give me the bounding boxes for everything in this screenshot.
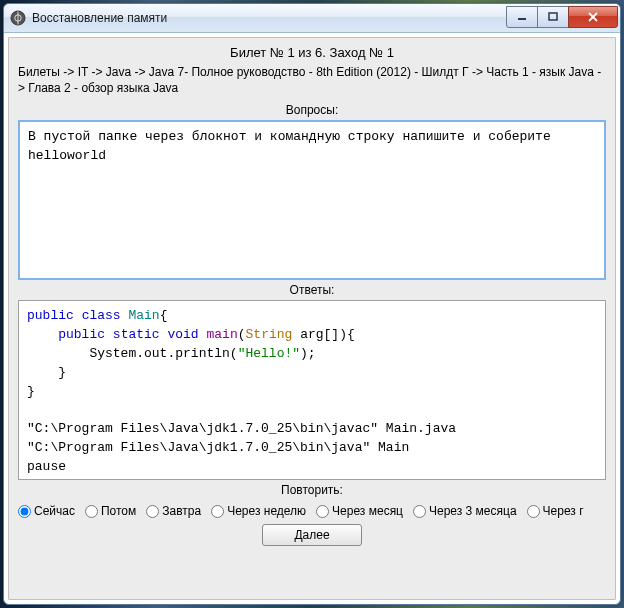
repeat-option[interactable]: Через 3 месяца: [413, 504, 517, 518]
repeat-option[interactable]: Через месяц: [316, 504, 403, 518]
repeat-option[interactable]: Потом: [85, 504, 136, 518]
window-title: Восстановление памяти: [32, 11, 507, 25]
questions-label: Вопросы:: [18, 103, 606, 117]
action-row: Далее: [18, 524, 606, 548]
repeat-radio[interactable]: [85, 505, 98, 518]
repeat-option-label: Через 3 месяца: [429, 504, 517, 518]
repeat-radio[interactable]: [527, 505, 540, 518]
repeat-option-label: Через г: [543, 504, 584, 518]
repeat-radio[interactable]: [211, 505, 224, 518]
answer-textarea[interactable]: public class Main{ public static void ma…: [18, 300, 606, 480]
maximize-button[interactable]: [537, 6, 569, 28]
app-window: Восстановление памяти Билет № 1 из 6. За…: [3, 3, 621, 605]
close-button[interactable]: [568, 6, 618, 28]
repeat-option-label: Завтра: [162, 504, 201, 518]
svg-rect-4: [549, 13, 557, 20]
repeat-options: СейчасПотомЗавтраЧерез неделюЧерез месяц…: [18, 500, 606, 524]
minimize-button[interactable]: [506, 6, 538, 28]
window-controls: [507, 6, 618, 28]
repeat-option-label: Через месяц: [332, 504, 403, 518]
ticket-header: Билет № 1 из 6. Заход № 1: [18, 45, 606, 60]
repeat-radio[interactable]: [413, 505, 426, 518]
repeat-radio[interactable]: [18, 505, 31, 518]
app-icon: [10, 10, 26, 26]
minimize-icon: [517, 12, 527, 22]
next-button[interactable]: Далее: [262, 524, 362, 546]
titlebar[interactable]: Восстановление памяти: [4, 4, 620, 33]
repeat-radio[interactable]: [146, 505, 159, 518]
repeat-option[interactable]: Сейчас: [18, 504, 75, 518]
question-textarea[interactable]: В пустой папке через блокнот и командную…: [18, 120, 606, 280]
repeat-option[interactable]: Завтра: [146, 504, 201, 518]
repeat-option-label: Потом: [101, 504, 136, 518]
repeat-option-label: Сейчас: [34, 504, 75, 518]
repeat-option[interactable]: Через неделю: [211, 504, 306, 518]
repeat-option[interactable]: Через г: [527, 504, 584, 518]
breadcrumb: Билеты -> IT -> Java -> Java 7- Полное р…: [18, 64, 606, 96]
maximize-icon: [548, 12, 558, 22]
close-icon: [587, 12, 599, 22]
repeat-radio[interactable]: [316, 505, 329, 518]
svg-rect-3: [518, 18, 526, 20]
client-area: Билет № 1 из 6. Заход № 1 Билеты -> IT -…: [7, 36, 617, 601]
repeat-option-label: Через неделю: [227, 504, 306, 518]
repeat-label: Повторить:: [18, 483, 606, 497]
answers-label: Ответы:: [18, 283, 606, 297]
